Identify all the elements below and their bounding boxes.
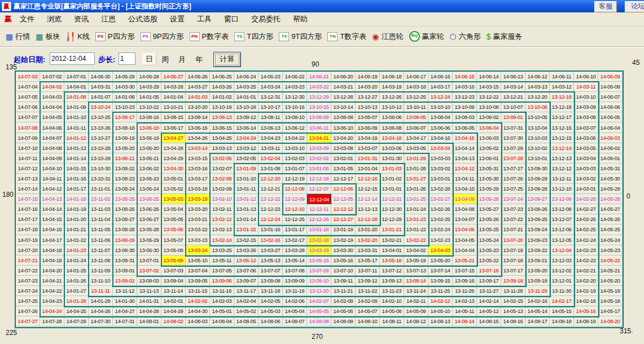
grid-cell[interactable]: 13-10-07 <box>501 102 525 112</box>
grid-cell[interactable]: 14-04-12 <box>40 184 64 194</box>
grid-cell[interactable]: 13-06-15 <box>210 122 234 133</box>
grid-cell[interactable]: 14-04-26 <box>89 306 113 316</box>
grid-cell[interactable]: 13-02-08 <box>210 174 234 184</box>
grid-cell[interactable]: 12-12-13 <box>356 204 380 214</box>
grid-cell[interactable]: 12-12-04 <box>307 194 331 204</box>
grid-cell[interactable]: 13-11-18 <box>259 286 283 296</box>
grid-cell[interactable]: 14-06-20 <box>331 72 356 82</box>
grid-cell[interactable]: 14-02-27 <box>574 204 598 214</box>
toolbar-button-行情[interactable]: ▦行情 <box>6 32 30 42</box>
grid-cell[interactable]: 13-08-14 <box>186 112 210 122</box>
grid-cell[interactable]: 14-03-24 <box>259 82 283 92</box>
grid-cell[interactable]: 14-03-26 <box>210 82 234 92</box>
grid-cell[interactable]: 13-01-08 <box>259 164 283 174</box>
grid-cell[interactable]: 14-07-23 <box>16 276 40 286</box>
grid-cell[interactable]: 13-06-29 <box>137 235 161 245</box>
grid-cell[interactable]: 14-07-18 <box>16 224 40 235</box>
grid-cell[interactable]: 13-12-02 <box>550 266 574 276</box>
grid-cell[interactable]: 13-05-25 <box>477 224 501 235</box>
grid-cell[interactable]: 13-12-31 <box>259 92 283 102</box>
toolbar-button-9T四方形[interactable]: T99T四方形 <box>279 32 322 42</box>
toolbar-button-T数字表[interactable]: TNT数字表 <box>327 32 366 42</box>
grid-cell[interactable]: 13-01-05 <box>331 164 356 174</box>
grid-cell[interactable]: 13-05-07 <box>161 235 186 245</box>
grid-cell[interactable]: 14-06-15 <box>453 72 477 82</box>
grid-cell[interactable]: 14-03-21 <box>331 82 356 92</box>
grid-cell[interactable]: 13-02-27 <box>428 194 453 204</box>
grid-cell[interactable]: 13-02-04 <box>259 153 283 164</box>
grid-cell[interactable]: 13-11-05 <box>89 224 113 235</box>
step-input[interactable] <box>119 52 135 65</box>
grid-cell[interactable]: 13-05-17 <box>356 255 380 266</box>
grid-cell[interactable]: 14-06-11 <box>550 72 574 82</box>
grid-cell[interactable]: 13-08-04 <box>428 112 453 122</box>
grid-cell[interactable]: 13-10-18 <box>234 102 259 112</box>
grid-cell[interactable]: 14-01-31 <box>137 296 161 306</box>
grid-cell[interactable]: 13-01-02 <box>380 174 404 184</box>
grid-cell[interactable]: 13-07-31 <box>501 122 525 133</box>
grid-cell[interactable]: 13-06-16 <box>186 122 210 133</box>
grid-cell[interactable]: 13-12-03 <box>550 255 574 266</box>
grid-cell[interactable]: 13-03-06 <box>380 143 404 153</box>
grid-cell[interactable]: 14-03-06 <box>574 133 598 143</box>
toolbar-button-T四方形[interactable]: TST四方形 <box>234 32 273 42</box>
grid-cell[interactable]: 13-05-30 <box>477 174 501 184</box>
grid-cell[interactable]: 14-02-01 <box>161 296 186 306</box>
grid-cell[interactable]: 13-07-18 <box>501 255 525 266</box>
grid-cell[interactable]: 12-12-06 <box>331 184 356 194</box>
menu-item-文件[interactable]: 文件 <box>20 15 34 23</box>
grid-cell[interactable]: 14-05-08 <box>380 306 404 316</box>
grid-cell[interactable]: 13-01-12 <box>234 194 259 204</box>
grid-cell[interactable]: 14-01-13 <box>64 143 89 153</box>
grid-cell[interactable]: 14-02-14 <box>477 296 501 306</box>
grid-cell[interactable]: 14-02-26 <box>574 214 598 224</box>
grid-cell[interactable]: 13-10-08 <box>477 102 501 112</box>
grid-cell[interactable]: 12-12-05 <box>331 194 356 204</box>
grid-cell[interactable]: 14-01-30 <box>113 296 137 306</box>
grid-cell[interactable]: 13-01-10 <box>234 174 259 184</box>
grid-cell[interactable]: 13-10-13 <box>356 102 380 112</box>
grid-cell[interactable]: 14-05-09 <box>404 306 428 316</box>
menu-item-浏览[interactable]: 浏览 <box>47 15 62 23</box>
grid-cell[interactable]: 13-08-11 <box>259 112 283 122</box>
grid-cell[interactable]: 13-03-04 <box>428 143 453 153</box>
grid-cell[interactable]: 14-05-28 <box>598 194 623 204</box>
grid-cell[interactable]: 13-12-16 <box>550 122 574 133</box>
grid-cell[interactable]: 13-11-03 <box>89 204 113 214</box>
grid-cell[interactable]: 14-08-05 <box>234 316 259 327</box>
grid-cell[interactable]: 14-03-03 <box>574 164 598 174</box>
grid-cell[interactable]: 13-05-24 <box>477 235 501 245</box>
grid-cell[interactable]: 13-07-13 <box>404 266 428 276</box>
menu-item-江恩[interactable]: 江恩 <box>101 15 116 23</box>
menu-item-设置[interactable]: 设置 <box>170 15 185 23</box>
grid-cell[interactable]: 14-08-20 <box>598 316 623 327</box>
grid-cell[interactable]: 13-09-09 <box>283 276 307 286</box>
grid-cell[interactable]: 14-06-01 <box>598 153 623 164</box>
grid-cell[interactable]: 13-09-21 <box>525 255 550 266</box>
grid-cell[interactable]: 14-05-07 <box>356 306 380 316</box>
grid-cell[interactable]: 13-03-22 <box>186 224 210 235</box>
grid-cell[interactable]: 13-10-17 <box>259 102 283 112</box>
toolbar-button-赢家轮[interactable]: Big赢家轮 <box>409 31 444 42</box>
grid-cell[interactable]: 12-12-28 <box>356 214 380 224</box>
grid-cell[interactable]: 13-01-15 <box>234 224 259 235</box>
grid-cell[interactable]: 13-01-22 <box>404 224 428 235</box>
grid-cell[interactable]: 13-01-23 <box>404 214 428 224</box>
grid-cell[interactable]: 13-10-27 <box>89 133 113 143</box>
grid-cell[interactable]: 13-12-20 <box>525 92 550 102</box>
grid-cell[interactable]: 13-02-05 <box>234 153 259 164</box>
grid-cell[interactable]: 13-11-01 <box>89 184 113 194</box>
grid-cell[interactable]: 14-01-27 <box>64 286 89 296</box>
grid-cell[interactable]: 13-12-01 <box>550 276 574 286</box>
grid-cell[interactable]: 14-04-02 <box>40 82 64 92</box>
grid-cell[interactable]: 13-01-01 <box>380 184 404 194</box>
grid-cell[interactable]: 13-03-21 <box>186 214 210 224</box>
grid-cell[interactable]: 14-07-06 <box>16 102 40 112</box>
grid-cell[interactable]: 14-01-29 <box>89 296 113 306</box>
grid-cell[interactable]: 14-08-10 <box>356 316 380 327</box>
grid-cell[interactable]: 13-05-16 <box>331 255 356 266</box>
grid-cell[interactable]: 13-11-20 <box>307 286 331 296</box>
grid-cell[interactable]: 13-09-16 <box>453 276 477 286</box>
grid-cell[interactable]: 13-04-08 <box>453 204 477 214</box>
grid-cell[interactable]: 13-09-13 <box>380 276 404 286</box>
